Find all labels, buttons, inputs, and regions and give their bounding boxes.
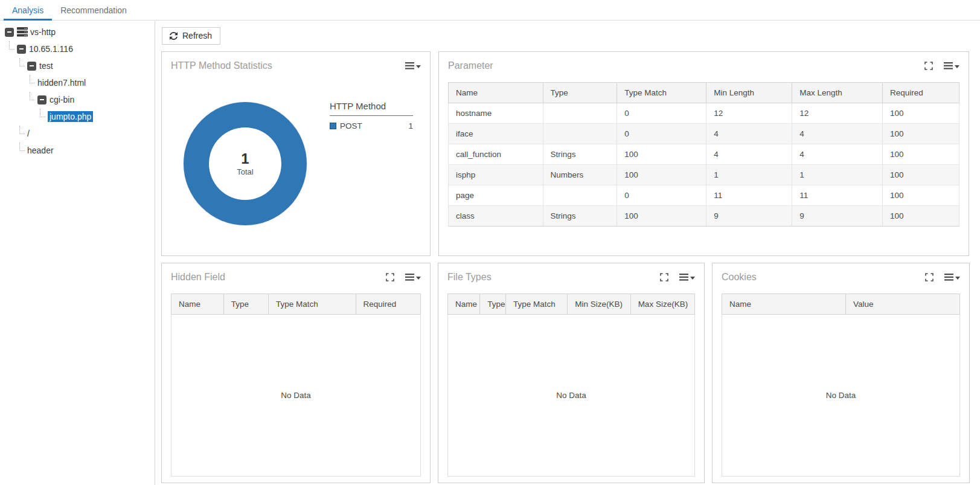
chevron-down-icon — [690, 277, 695, 280]
table-row[interactable]: call_functionStrings10044100 — [449, 144, 959, 165]
fullscreen-icon — [386, 273, 394, 281]
tab-recommendation[interactable]: Recommendation — [52, 0, 135, 21]
http-method-statistics-panel: HTTP Method Statistics 1 Total HTTP M — [161, 51, 431, 256]
cookies-panel: Cookies NameValue No Data — [712, 263, 970, 483]
refresh-button[interactable]: Refresh — [162, 27, 220, 45]
parameter-table: NameTypeType MatchMin LengthMax LengthRe… — [448, 82, 959, 226]
no-data-text: No Data — [826, 391, 856, 400]
table-row[interactable]: iface044100 — [449, 124, 959, 144]
column-header: Type Match — [269, 294, 356, 315]
tree-node-label: vs-http — [30, 27, 56, 37]
tree-node-cgi-bin[interactable]: cgi-bin — [0, 91, 155, 108]
fullscreen-icon — [660, 273, 668, 281]
tree-node-label: / — [27, 129, 30, 138]
collapse-minus-icon[interactable] — [37, 95, 46, 104]
panel-menu-button[interactable] — [944, 274, 960, 281]
table-cell: 4 — [792, 124, 883, 144]
refresh-icon — [169, 31, 178, 40]
table-cell: hostname — [449, 103, 543, 124]
table-cell: class — [449, 206, 543, 226]
tree-node-header[interactable]: header — [0, 142, 155, 159]
column-header: Name — [448, 294, 480, 315]
table-cell: 4 — [706, 144, 792, 165]
table-cell: 100 — [883, 206, 959, 226]
file-types-panel: File Types NameTypeType MatchMin Size(KB… — [438, 263, 705, 483]
column-header: Name — [171, 294, 224, 315]
parameter-panel: Parameter NameTypeType MatchMin LengthMa… — [438, 51, 969, 256]
tree-node-test[interactable]: test — [0, 57, 155, 74]
column-header: Min Length — [706, 83, 792, 103]
table-cell: 100 — [617, 144, 706, 165]
legend-label: POST — [340, 121, 362, 130]
table-cell: 100 — [883, 144, 959, 165]
table-cell: 1 — [792, 165, 883, 185]
column-header: Max Length — [792, 83, 883, 103]
no-data-text: No Data — [556, 391, 586, 400]
chevron-down-icon — [416, 65, 421, 68]
table-cell: iface — [449, 124, 543, 144]
table-row[interactable]: classStrings10099100 — [449, 206, 959, 226]
tree-node-hidden7-html[interactable]: hidden7.html — [0, 74, 155, 91]
hidden-field-table: NameTypeType MatchRequired — [171, 294, 421, 315]
table-cell: 12 — [792, 103, 883, 124]
table-cell: 0 — [617, 103, 706, 124]
tree-connector-line — [30, 75, 35, 83]
empty-table-body: No Data — [171, 315, 421, 477]
site-tree-sidebar: vs-http10.65.1.116testhidden7.htmlcgi-bi… — [0, 21, 155, 485]
table-cell: Strings — [543, 206, 617, 226]
table-cell: 4 — [706, 124, 792, 144]
tree-node-label: jumpto.php — [48, 111, 93, 122]
hamburger-icon — [679, 274, 688, 281]
tree-connector-line — [30, 92, 35, 100]
refresh-label: Refresh — [182, 31, 212, 40]
tab-bar: Analysis Recommendation — [0, 0, 980, 21]
panel-menu-button[interactable] — [405, 62, 421, 69]
table-cell: 1 — [706, 165, 792, 185]
panel-title: HTTP Method Statistics — [171, 60, 272, 71]
donut-total-value: 1 — [241, 151, 249, 167]
fullscreen-icon — [924, 62, 933, 70]
tree-node-jumpto-php[interactable]: jumpto.php — [0, 108, 155, 125]
panel-expand-button[interactable] — [386, 273, 394, 281]
table-cell: page — [449, 185, 543, 206]
chart-legend: HTTP Method POST 1 — [330, 101, 413, 225]
hidden-field-panel: Hidden Field NameTypeType MatchRequired … — [161, 263, 431, 483]
tree-node-[interactable]: / — [0, 125, 155, 142]
table-cell: 100 — [617, 206, 706, 226]
site-tree: vs-http10.65.1.116testhidden7.htmlcgi-bi… — [0, 24, 155, 159]
tree-node-label: header — [27, 146, 54, 155]
hamburger-icon — [944, 274, 953, 281]
file-types-table: NameTypeType MatchMin Size(KB)Max Size(K… — [447, 294, 695, 315]
tree-node-10-65-1-116[interactable]: 10.65.1.116 — [0, 40, 155, 57]
column-header: Min Size(KB) — [568, 294, 630, 315]
server-stack-icon — [17, 27, 28, 37]
table-row[interactable]: isphpNumbers10011100 — [449, 165, 959, 185]
panel-title: Hidden Field — [171, 272, 225, 283]
tree-node-vs-http[interactable]: vs-http — [0, 24, 155, 40]
tree-connector-line — [19, 126, 25, 134]
panel-menu-button[interactable] — [944, 62, 959, 69]
cookies-table: NameValue — [722, 294, 960, 315]
collapse-minus-icon[interactable] — [5, 28, 14, 37]
tree-connector-line — [19, 143, 25, 151]
panel-expand-button[interactable] — [660, 273, 668, 281]
table-row[interactable]: hostname01212100 — [449, 103, 959, 124]
tab-analysis[interactable]: Analysis — [4, 0, 52, 21]
table-cell: call_function — [449, 144, 543, 165]
panel-expand-button[interactable] — [925, 273, 934, 281]
table-row[interactable]: page01111100 — [449, 185, 959, 206]
collapse-minus-icon[interactable] — [17, 45, 26, 54]
chevron-down-icon — [416, 277, 421, 280]
panel-expand-button[interactable] — [924, 62, 933, 70]
fullscreen-icon — [925, 273, 934, 281]
chevron-down-icon — [955, 277, 960, 280]
panel-menu-button[interactable] — [679, 274, 695, 281]
collapse-minus-icon[interactable] — [27, 62, 36, 71]
tree-node-label: 10.65.1.116 — [29, 44, 73, 54]
table-cell: Strings — [543, 144, 617, 165]
column-header: Required — [883, 83, 959, 103]
panel-menu-button[interactable] — [405, 274, 421, 281]
hamburger-icon — [405, 274, 414, 281]
column-header: Type — [543, 83, 617, 103]
table-cell: 0 — [617, 124, 706, 144]
